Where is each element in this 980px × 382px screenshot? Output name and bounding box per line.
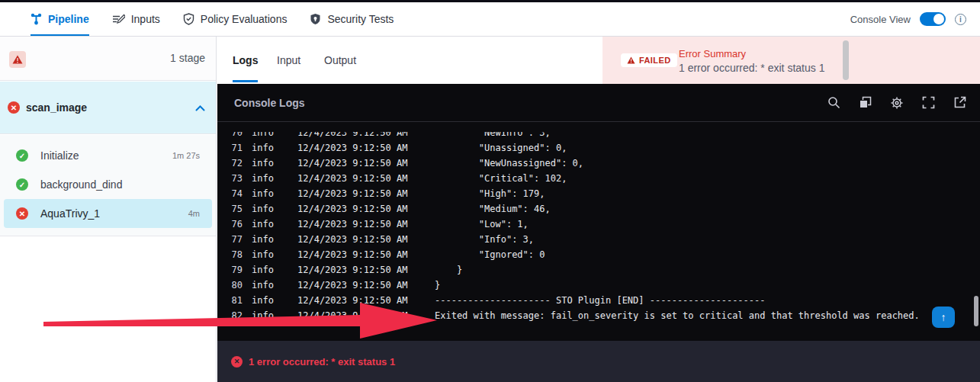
settings-gear-icon[interactable] [890, 96, 904, 110]
tab-pipeline[interactable]: Pipeline [31, 2, 89, 36]
log-timestamp: 12/4/2023 9:12:50 AM [297, 293, 412, 308]
step-name: background_dind [40, 178, 122, 191]
open-in-new-icon[interactable] [953, 96, 966, 109]
pipeline-icon [31, 13, 42, 25]
console-scrollbar-thumb[interactable] [974, 296, 978, 326]
nav-right-controls: Console View i [850, 12, 966, 26]
sidebar-step-background-dind[interactable]: ✓ background_dind [4, 170, 212, 199]
info-icon[interactable]: i [955, 14, 966, 25]
tab-logs[interactable]: Logs [233, 37, 258, 84]
tab-security-tests[interactable]: Security Tests [310, 2, 394, 36]
log-line-number: 75 [227, 201, 243, 217]
log-line-number: 73 [227, 171, 243, 186]
console-view-toggle[interactable] [920, 12, 946, 26]
log-level: info [252, 232, 275, 247]
error-summary-message: 1 error occurred: * exit status 1 [679, 62, 824, 74]
stage-name: scan_image [26, 101, 87, 114]
log-level: info [252, 293, 275, 308]
error-circle-icon: ✕ [231, 356, 243, 368]
log-message: "Ignored": 0 [435, 247, 545, 262]
log-timestamp: 12/4/2023 9:12:50 AM [297, 232, 412, 247]
log-line-number: 77 [227, 232, 243, 247]
fullscreen-icon[interactable] [922, 96, 935, 109]
log-level: info [252, 132, 275, 140]
execution-sidebar: 1 stage ✕ scan_image ✓ Initialize 1m 27s… [0, 37, 217, 382]
inputs-icon [112, 14, 125, 24]
error-panel-scrollbar[interactable] [843, 40, 849, 80]
log-message: "NewInfo": 3, [435, 132, 551, 140]
log-timestamp: 12/4/2023 9:12:50 AM [297, 132, 412, 140]
detail-tabstrip: Logs Input Output [217, 37, 602, 84]
tab-input[interactable]: Input [277, 37, 300, 84]
log-line: 71 info 12/4/2023 9:12:50 AM "Unassigned… [217, 140, 980, 156]
log-message: } [435, 262, 462, 278]
tab-policy-evaluations[interactable]: Policy Evaluations [183, 2, 288, 36]
copy-icon[interactable] [859, 96, 872, 109]
chevron-up-icon[interactable] [195, 101, 205, 114]
security-tests-icon [310, 13, 321, 25]
log-level: info [252, 278, 275, 293]
log-timestamp: 12/4/2023 9:12:50 AM [297, 171, 412, 186]
log-message: "NewUnassigned": 0, [435, 156, 583, 171]
log-line: 81 info 12/4/2023 9:12:50 AM -----------… [217, 293, 980, 308]
tab-output[interactable]: Output [324, 37, 356, 84]
failed-status-icon: ✕ [8, 101, 20, 114]
log-level: info [252, 156, 275, 171]
toggle-knob [933, 14, 944, 24]
success-status-icon: ✓ [16, 149, 28, 162]
log-message: Exited with message: fail_on_severity is… [435, 308, 920, 323]
tab-output-label: Output [324, 54, 356, 66]
log-level: info [252, 217, 275, 232]
stage-count: 1 stage [170, 52, 205, 64]
log-level: info [252, 201, 275, 217]
sidebar-stage-scan-image[interactable]: ✕ scan_image [0, 82, 216, 134]
log-message: --------------------- STO Plugin [END] -… [435, 293, 765, 308]
log-timestamp: 12/4/2023 9:12:50 AM [297, 140, 412, 156]
log-message: } [435, 278, 440, 293]
log-viewport[interactable]: 70 info 12/4/2023 9:12:50 AM "NewInfo": … [217, 132, 980, 341]
log-level: info [252, 171, 275, 186]
console-logs-panel: Console Logs [217, 84, 980, 341]
policy-evaluations-icon [183, 13, 194, 25]
log-line-number: 81 [227, 293, 243, 308]
scroll-to-top-button[interactable]: ↑ [932, 307, 955, 328]
tab-security-tests-label: Security Tests [327, 13, 394, 25]
log-line: 82 info 12/4/2023 9:12:50 AM Exited with… [217, 308, 980, 323]
log-line: 72 info 12/4/2023 9:12:50 AM "NewUnassig… [217, 156, 980, 171]
sidebar-step-initialize[interactable]: ✓ Initialize 1m 27s [4, 141, 212, 170]
log-timestamp: 12/4/2023 9:12:50 AM [297, 201, 412, 217]
log-line: 80 info 12/4/2023 9:12:50 AM } [217, 278, 980, 293]
step-name: Initialize [40, 149, 79, 162]
search-icon[interactable] [827, 96, 840, 109]
footer-error-text: 1 error occurred: * exit status 1 [249, 356, 395, 368]
console-view-label: Console View [850, 14, 911, 25]
warning-triangle-icon[interactable] [9, 51, 26, 68]
step-duration: 1m 27s [172, 151, 200, 160]
log-timestamp: 12/4/2023 9:12:50 AM [297, 156, 412, 171]
log-line-number: 70 [227, 132, 243, 140]
log-line-number: 78 [227, 247, 243, 262]
pipeline-execution-page: Pipeline Inputs Policy Evaluations Secur… [0, 0, 980, 382]
console-title: Console Logs [234, 97, 305, 109]
log-timestamp: 12/4/2023 9:12:50 AM [297, 186, 412, 201]
step-name: AquaTrivy_1 [40, 207, 100, 220]
tab-input-label: Input [277, 54, 300, 66]
log-line: 75 info 12/4/2023 9:12:50 AM "Medium": 4… [217, 201, 980, 217]
log-message: "Medium": 46, [435, 201, 551, 217]
log-line: 74 info 12/4/2023 9:12:50 AM "High": 179… [217, 186, 980, 201]
error-summary-panel: FAILED Error Summary 1 error occurred: *… [602, 37, 980, 84]
log-level: info [252, 186, 275, 201]
tab-inputs[interactable]: Inputs [112, 2, 160, 36]
sidebar-step-aquatrivy[interactable]: ✕ AquaTrivy_1 4m [4, 199, 212, 228]
tab-logs-label: Logs [233, 54, 258, 66]
log-message: "High": 179, [435, 186, 545, 201]
log-level: info [252, 308, 275, 323]
log-line: 79 info 12/4/2023 9:12:50 AM } [217, 262, 980, 278]
log-line-number: 72 [227, 156, 243, 171]
log-line-number: 74 [227, 186, 243, 201]
log-timestamp: 12/4/2023 9:12:50 AM [297, 278, 412, 293]
log-lines: 70 info 12/4/2023 9:12:50 AM "NewInfo": … [217, 132, 980, 323]
tab-inputs-label: Inputs [131, 13, 160, 25]
error-summary-title: Error Summary [679, 48, 746, 59]
log-line: 77 info 12/4/2023 9:12:50 AM "Info": 3, [217, 232, 980, 247]
